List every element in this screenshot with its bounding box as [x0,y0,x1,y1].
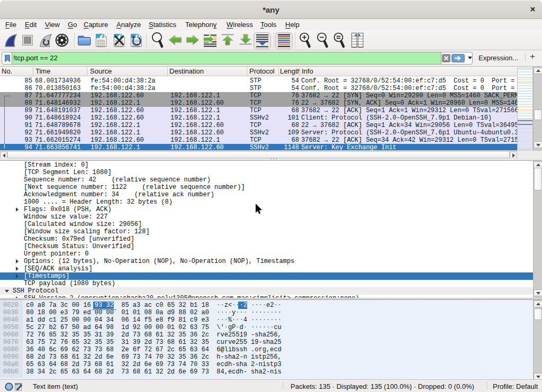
svg-text:0111: 0111 [97,44,105,48]
svg-text:0112: 0112 [115,44,123,48]
